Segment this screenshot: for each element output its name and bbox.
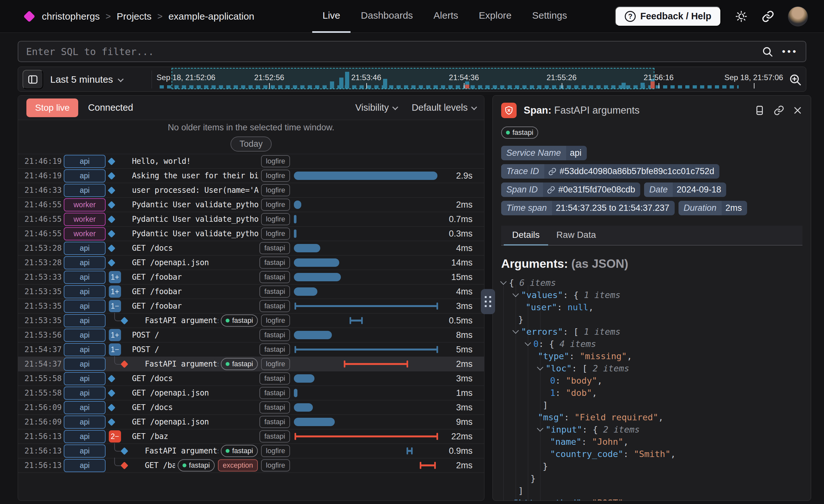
tab-details[interactable]: Details — [504, 226, 548, 245]
tag-pill-fastapi[interactable]: fastapi — [221, 314, 258, 327]
service-badge-api[interactable]: api — [64, 444, 106, 458]
expand-toggle[interactable]: 1− — [109, 343, 121, 356]
json-line[interactable]: ] — [501, 399, 803, 411]
json-line[interactable]: 0: { 4 items — [501, 337, 803, 350]
trace-row[interactable]: 21:53:35api1−GET /foobarfastapi3ms — [18, 299, 484, 313]
service-badge-api[interactable]: api — [64, 343, 106, 356]
visibility-dropdown[interactable]: Visibility — [355, 102, 397, 113]
more-options-icon[interactable]: ••• — [782, 46, 798, 57]
json-line[interactable]: 0: "body", — [501, 374, 803, 387]
service-badge-api[interactable]: api — [64, 358, 106, 371]
tag-pill-fastapi[interactable]: fastapi — [260, 387, 290, 399]
metadata-chip-service-name[interactable]: Service Nameapi — [501, 146, 587, 160]
trace-row[interactable]: 21:46:19apiAsking the user for their bir… — [18, 169, 484, 183]
json-line[interactable]: "user": null, — [501, 301, 803, 313]
trace-row[interactable]: 21:53:35api1+GET /foobarfastapi4ms — [18, 285, 484, 299]
tag-pill-fastapi[interactable]: fastapi — [221, 358, 258, 370]
service-badge-api[interactable]: api — [64, 184, 106, 197]
tab-alerts[interactable]: Alerts — [423, 0, 469, 33]
trace-row[interactable]: 21:46:33apiuser processed: User(name='An… — [18, 183, 484, 198]
metadata-chip-trace-id[interactable]: Trace ID#53ddc40980a86b57bfe89c1cc01c752… — [501, 164, 719, 179]
metadata-chip-time-span[interactable]: Time span21:54:37.235 to 21:54:37.237 — [501, 201, 675, 215]
metadata-chip-duration[interactable]: Duration2ms — [679, 201, 747, 215]
trace-row[interactable]: 21:55:58apiGET /openapi.jsonfastapi1ms — [18, 386, 484, 400]
chevron-down-icon[interactable] — [512, 291, 519, 297]
json-line[interactable]: "country_code": "Smith", — [501, 448, 803, 460]
trace-row[interactable]: 21:46:19apiHello, world!logfire — [18, 154, 484, 169]
tag-pill-logfire[interactable]: logfire — [261, 213, 290, 225]
trace-row[interactable]: 21:46:55workerPydantic User validate_pyt… — [18, 226, 484, 241]
service-badge-api[interactable]: api — [64, 285, 106, 298]
tab-settings[interactable]: Settings — [522, 0, 577, 33]
chevron-down-icon[interactable] — [525, 339, 531, 346]
service-badge-api[interactable]: api — [64, 314, 106, 327]
service-badge-api[interactable]: api — [64, 169, 106, 183]
tag-pill-fastapi[interactable]: fastapi — [260, 401, 290, 414]
tag-pill-fastapi[interactable]: fastapi — [260, 286, 290, 298]
tag-pill-fastapi[interactable]: fastapi — [260, 343, 290, 356]
json-line[interactable]: "errors": [ 1 items — [501, 325, 803, 337]
service-badge-worker[interactable]: worker — [64, 227, 106, 240]
trace-row[interactable]: 21:53:56api1+POST /fastapi8ms — [18, 328, 484, 342]
service-badge-api[interactable]: api — [64, 401, 106, 414]
tag-pill-fastapi[interactable]: fastapi — [260, 372, 290, 385]
trace-row[interactable]: 21:46:55workerPydantic User validate_pyt… — [18, 212, 484, 226]
trace-row[interactable]: 21:56:13api2−GET /bazfastapi22ms — [18, 429, 484, 444]
service-badge-api[interactable]: api — [64, 256, 106, 269]
trace-row[interactable]: 21:54:37api1−POST /fastapi5ms — [18, 342, 484, 357]
share-link-icon[interactable] — [761, 10, 775, 23]
json-line[interactable]: "msg": "Field required", — [501, 411, 803, 423]
service-badge-worker[interactable]: worker — [64, 213, 106, 226]
close-icon[interactable] — [793, 106, 803, 115]
expand-toggle[interactable]: 2− — [109, 430, 121, 442]
theme-toggle-icon[interactable] — [734, 10, 748, 23]
expand-toggle[interactable]: 1+ — [109, 329, 121, 341]
service-badge-api[interactable]: api — [64, 329, 106, 342]
tab-live[interactable]: Live — [312, 0, 350, 33]
copy-link-icon[interactable] — [774, 105, 785, 116]
trace-row[interactable]: 21:56:13apiGET /baz (fofastapiexceptionl… — [18, 458, 484, 473]
chevron-down-icon[interactable] — [537, 425, 543, 431]
expand-toggle[interactable]: 1− — [109, 300, 121, 312]
trace-row[interactable]: 21:56:09apiGET /docsfastapi3ms — [18, 400, 484, 415]
tab-raw-data[interactable]: Raw Data — [548, 226, 605, 245]
tab-explore[interactable]: Explore — [469, 0, 522, 33]
json-line[interactable]: } — [501, 313, 803, 325]
breadcrumb-item-1[interactable]: Projects — [116, 11, 151, 22]
tag-pill-logfire[interactable]: logfire — [261, 184, 290, 196]
service-badge-api[interactable]: api — [64, 459, 106, 472]
tag-pill-fastapi[interactable]: fastapi — [260, 329, 290, 341]
today-button[interactable]: Today — [230, 136, 272, 152]
service-badge-api[interactable]: api — [64, 372, 106, 385]
trace-row[interactable]: 21:53:28apiGET /openapi.jsonfastapi14ms — [18, 256, 484, 270]
chevron-down-icon[interactable] — [537, 364, 543, 371]
json-line[interactable]: ] — [501, 484, 803, 497]
tag-pill-logfire[interactable]: logfire — [261, 199, 290, 211]
tag-pill-fastapi[interactable]: fastapi — [260, 430, 290, 442]
panel-resize-handle[interactable] — [481, 289, 495, 314]
search-icon[interactable] — [761, 45, 774, 58]
tag-pill-fastapi[interactable]: fastapi — [260, 416, 290, 428]
expand-toggle[interactable]: 1+ — [109, 286, 121, 298]
json-line[interactable]: "values": { 1 items — [501, 289, 803, 301]
service-badge-api[interactable]: api — [64, 300, 106, 313]
zoom-in-icon[interactable] — [788, 73, 802, 87]
json-line[interactable]: "http.method": "POST", — [501, 497, 803, 501]
expand-toggle[interactable]: 1+ — [109, 271, 121, 283]
service-badge-api[interactable]: api — [64, 415, 106, 429]
timeline-histogram[interactable]: 21:52:5621:53:4621:54:3621:55:2621:56:16… — [160, 67, 786, 92]
tag-pill-logfire[interactable]: logfire — [261, 155, 290, 167]
json-line[interactable]: } — [501, 460, 803, 472]
metadata-chip-date[interactable]: Date2024-09-18 — [644, 183, 726, 197]
tag-pill-fastapi[interactable]: fastapi — [260, 300, 290, 312]
tag-pill-fastapi[interactable]: fastapi — [260, 271, 290, 283]
tag-pill-fastapi[interactable]: fastapi — [221, 445, 258, 457]
tag-pill-logfire[interactable]: logfire — [261, 314, 290, 327]
tag-pill-fastapi[interactable]: fastapi — [260, 242, 290, 254]
tag-pill-fastapi[interactable]: fastapi — [178, 459, 215, 472]
trace-row[interactable]: 21:56:13apiFastAPI argumentsfastapilogfi… — [18, 444, 484, 458]
service-badge-api[interactable]: api — [64, 155, 106, 168]
tag-pill-logfire[interactable]: logfire — [261, 445, 290, 457]
trace-row[interactable]: 21:46:55workerPydantic User validate_pyt… — [18, 198, 484, 212]
user-avatar[interactable] — [788, 6, 808, 26]
